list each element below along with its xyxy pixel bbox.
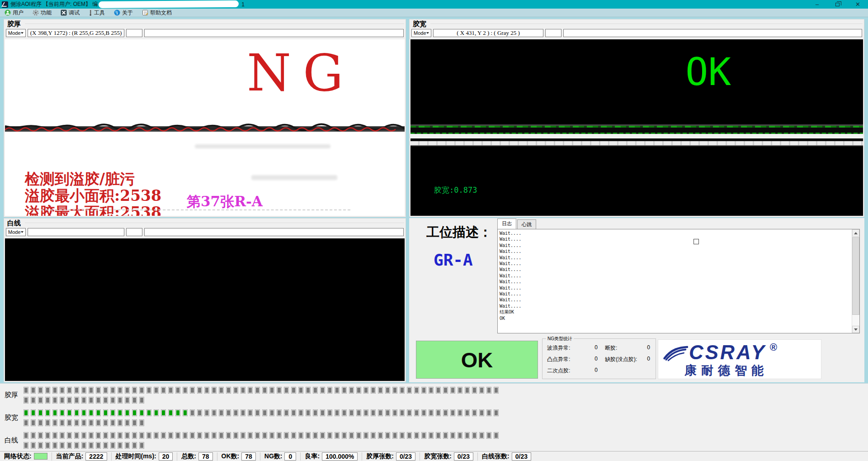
mode-dropdown[interactable]: Mode <box>6 29 26 37</box>
scroll-down-button[interactable] <box>852 326 859 333</box>
pixel-readout[interactable]: ( X 431, Y 2 ) : ( Gray 25 ) <box>433 29 543 37</box>
progress-cell <box>96 442 101 449</box>
log-tab-日志[interactable]: 日志 <box>497 219 516 229</box>
menu-item-调试[interactable]: 调试 <box>56 9 84 17</box>
close-button[interactable]: ✕ <box>848 0 868 9</box>
progress-cell <box>125 419 130 426</box>
status-value: 2222 <box>85 452 107 461</box>
progress-cell <box>494 432 499 439</box>
progress-cell <box>363 409 368 416</box>
menu-item-帮助文档[interactable]: 帮助文档 <box>137 9 176 17</box>
registered-mark: ® <box>770 342 777 352</box>
progress-cell <box>125 432 130 439</box>
progress-cell <box>443 387 448 394</box>
progress-cell <box>45 442 50 449</box>
progress-cell <box>168 387 173 394</box>
scroll-up-button[interactable] <box>852 229 859 237</box>
scrollbar-thumb[interactable] <box>852 237 859 315</box>
image-view-white-line[interactable] <box>5 238 405 381</box>
progress-cell <box>89 432 94 439</box>
progress-cell <box>450 409 455 416</box>
ng-stat-row: 二次点胶:0 <box>547 367 600 375</box>
progress-cell <box>277 409 282 416</box>
mode-dropdown[interactable]: Mode <box>411 29 431 37</box>
divider <box>25 24 404 24</box>
progress-group-白线: 白线 <box>24 432 501 450</box>
mode-dropdown[interactable]: Mode <box>6 228 26 236</box>
status-label: 胶厚张数: <box>366 452 394 461</box>
progress-cell <box>110 409 115 416</box>
menu-item-功能[interactable]: 功能 <box>28 9 56 17</box>
log-scrollbar[interactable] <box>852 229 859 333</box>
menu-item-用户[interactable]: 用户 <box>0 9 28 17</box>
progress-cell <box>429 432 434 439</box>
log-list[interactable]: Wait....Wait....Wait....Wait....Wait....… <box>497 229 860 333</box>
result-status-button[interactable]: OK <box>416 341 538 379</box>
progress-cell <box>161 387 166 394</box>
progress-group-label: 胶厚 <box>5 391 22 399</box>
progress-group-label: 胶宽 <box>5 413 22 422</box>
progress-cell <box>241 432 245 439</box>
status-label: 总数: <box>181 452 196 461</box>
progress-cell <box>67 419 72 426</box>
progress-group-胶厚: 胶厚 <box>24 387 501 404</box>
progress-cell <box>139 419 144 426</box>
status-value: 0 <box>284 452 296 461</box>
image-view-glue-thickness[interactable]: NG 检测到溢胶/脏污 溢胶最小面积:2538 溢胶最大面积:2538 第37张… <box>5 39 405 216</box>
progress-cell <box>183 409 188 416</box>
progress-cell <box>197 387 202 394</box>
image-view-glue-width[interactable]: OK 胶宽:0.873 <box>410 39 863 216</box>
log-entry: Wait.... <box>500 279 859 285</box>
progress-cell <box>96 397 101 404</box>
log-checkbox[interactable] <box>693 239 699 244</box>
progress-cell <box>190 432 195 439</box>
progress-cell <box>175 387 180 394</box>
log-entry: Wait.... <box>500 273 859 279</box>
progress-cell <box>342 432 347 439</box>
progress-cell <box>45 419 50 426</box>
menu-item-关于[interactable]: i关于 <box>109 9 137 17</box>
progress-cell <box>52 432 57 439</box>
pixel-readout[interactable]: (X 398,Y 1272) : (R 255,G 255,B 255) <box>28 29 124 37</box>
progress-cell <box>219 387 224 394</box>
progress-cell <box>392 432 397 439</box>
progress-cell <box>306 387 311 394</box>
minimize-button[interactable]: – <box>807 0 827 9</box>
log-entry: Wait.... <box>500 230 859 236</box>
progress-cell <box>421 387 426 394</box>
progress-cell <box>31 419 36 426</box>
progress-cell <box>110 432 115 439</box>
small-field[interactable] <box>545 29 561 37</box>
small-field[interactable] <box>126 228 142 236</box>
ng-stat-value: 0 <box>647 356 653 363</box>
progress-cell <box>197 432 202 439</box>
wide-field[interactable] <box>144 228 404 236</box>
progress-cell <box>110 397 115 404</box>
progress-cell <box>291 409 296 416</box>
window-title: 侧涂AOI程序 【当前用户: OEM】 编 <box>10 0 98 8</box>
restore-button[interactable] <box>827 0 848 9</box>
progress-cell <box>269 409 274 416</box>
smudge-mark <box>251 175 337 180</box>
small-field[interactable] <box>126 29 142 37</box>
progress-cell <box>298 432 303 439</box>
progress-cell <box>175 409 180 416</box>
log-entry: Wait.... <box>500 297 859 303</box>
pixel-readout[interactable] <box>28 228 124 236</box>
menu-item-工具[interactable]: 工具 <box>84 9 109 17</box>
progress-cell <box>255 409 260 416</box>
progress-cell <box>233 409 238 416</box>
wide-field[interactable] <box>563 29 862 37</box>
status-item: 当前产品:2222 <box>52 452 111 461</box>
progress-cell <box>89 442 94 449</box>
menu-item-label: 调试 <box>69 9 80 17</box>
mode-label: Mode <box>414 30 426 36</box>
progress-cell <box>24 432 28 439</box>
progress-cell <box>168 409 173 416</box>
log-tab-心跳[interactable]: 心跳 <box>517 219 536 229</box>
progress-cell <box>335 409 340 416</box>
progress-cell <box>67 442 72 449</box>
progress-cell <box>74 419 79 426</box>
progress-cell <box>154 432 159 439</box>
wide-field[interactable] <box>144 29 404 37</box>
